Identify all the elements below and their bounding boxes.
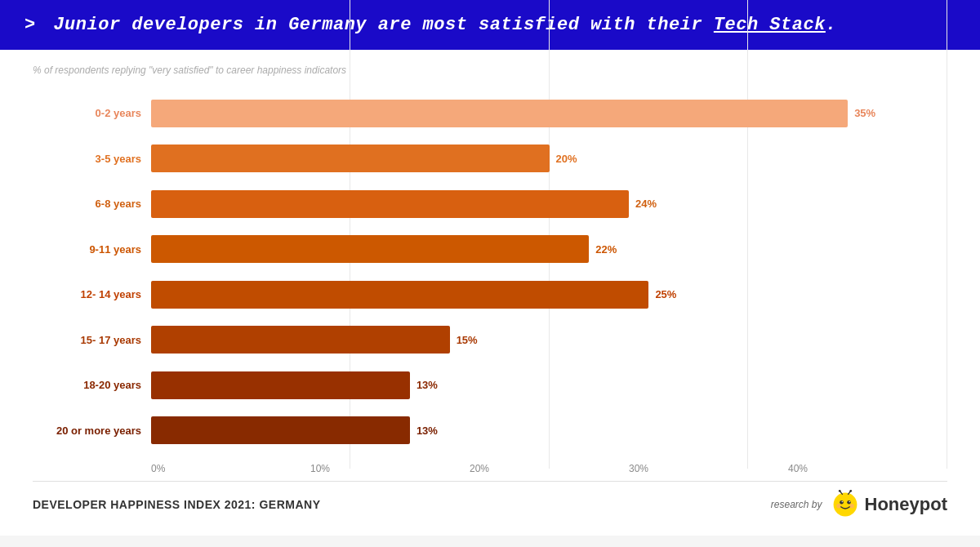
bar-value-label: 24%	[635, 198, 657, 210]
x-axis-tick: 30%	[629, 463, 788, 474]
bar-wrapper: 13%	[151, 416, 947, 444]
page-container: > Junior developers in Germany are most …	[0, 0, 980, 536]
bar-row: 20 or more years13%	[33, 412, 947, 448]
footer-right: research by	[771, 490, 947, 519]
bar-value-label: 35%	[854, 107, 875, 119]
x-axis-tick: 0%	[151, 463, 310, 474]
x-axis-tick: 40%	[788, 463, 947, 474]
header-highlight: Tech Stack	[714, 15, 826, 35]
bar-value-label: 25%	[655, 288, 676, 300]
main-content: % of respondents replying "very satisfie…	[0, 50, 980, 536]
bar-wrapper: 24%	[151, 190, 947, 218]
bar-fill	[151, 190, 629, 218]
bar-fill	[151, 416, 410, 444]
bar-fill	[151, 326, 450, 354]
bar-value-label: 13%	[416, 379, 438, 391]
bar-row: 15- 17 years15%	[33, 322, 947, 358]
bar-wrapper: 20%	[151, 145, 947, 172]
x-axis-tick: 10%	[310, 463, 470, 474]
bar-label: 15- 17 years	[33, 334, 151, 346]
bar-wrapper: 13%	[151, 371, 947, 399]
bar-fill	[151, 281, 648, 309]
bar-fill	[151, 371, 410, 399]
svg-point-10	[849, 504, 853, 508]
bar-value-label: 22%	[595, 243, 617, 256]
bar-value-label: 15%	[457, 334, 478, 346]
bar-wrapper: 15%	[151, 326, 947, 354]
bar-label: 12- 14 years	[33, 288, 151, 300]
header-text: > Junior developers in Germany are most …	[24, 15, 837, 35]
bar-fill	[151, 100, 848, 127]
bar-row: 3-5 years20%	[33, 140, 947, 176]
bars-container: 0-2 years35%3-5 years20%6-8 years24%9-11…	[33, 91, 947, 460]
bar-row: 6-8 years24%	[33, 186, 947, 222]
svg-point-3	[841, 501, 842, 502]
bar-fill	[151, 235, 589, 263]
bar-label: 0-2 years	[33, 107, 151, 119]
svg-point-4	[849, 501, 849, 502]
bar-value-label: 13%	[416, 425, 438, 437]
x-axis-tick: 20%	[470, 463, 629, 474]
bar-fill	[151, 145, 550, 172]
bar-value-label: 20%	[556, 153, 577, 165]
bar-label: 18-20 years	[33, 379, 151, 391]
bar-row: 9-11 years22%	[33, 231, 947, 267]
svg-point-2	[847, 500, 851, 505]
bar-wrapper: 25%	[151, 281, 947, 309]
research-by-label: research by	[771, 499, 822, 510]
bar-label: 20 or more years	[33, 425, 151, 437]
svg-point-9	[836, 504, 840, 508]
svg-point-8	[849, 490, 852, 492]
chart-subtitle: % of respondents replying "very satisfie…	[33, 64, 947, 76]
honeypot-bee-icon	[831, 490, 860, 519]
honeypot-logo: Honeypot	[831, 490, 947, 519]
footer-title: DEVELOPER HAPPINESS INDEX 2021: GERMANY	[33, 498, 320, 511]
bar-label: 9-11 years	[33, 243, 151, 256]
bar-wrapper: 35%	[151, 100, 947, 127]
x-axis: 0%10%20%30%40%	[151, 463, 947, 474]
bar-row: 12- 14 years25%	[33, 277, 947, 313]
footer: DEVELOPER HAPPINESS INDEX 2021: GERMANY …	[33, 481, 947, 519]
header-suffix: .	[826, 15, 837, 35]
bar-row: 18-20 years13%	[33, 367, 947, 403]
header-arrow: >	[24, 15, 36, 35]
svg-point-6	[838, 490, 840, 492]
bar-label: 3-5 years	[33, 153, 151, 165]
header-prefix: Junior developers in Germany are most sa…	[53, 15, 713, 35]
honeypot-brand-name: Honeypot	[865, 494, 947, 515]
bar-label: 6-8 years	[33, 198, 151, 210]
bar-wrapper: 22%	[151, 235, 947, 263]
chart-area: 0-2 years35%3-5 years20%6-8 years24%9-11…	[33, 91, 947, 474]
svg-point-1	[840, 500, 844, 505]
header-banner: > Junior developers in Germany are most …	[0, 0, 980, 50]
bar-row: 0-2 years35%	[33, 96, 947, 131]
